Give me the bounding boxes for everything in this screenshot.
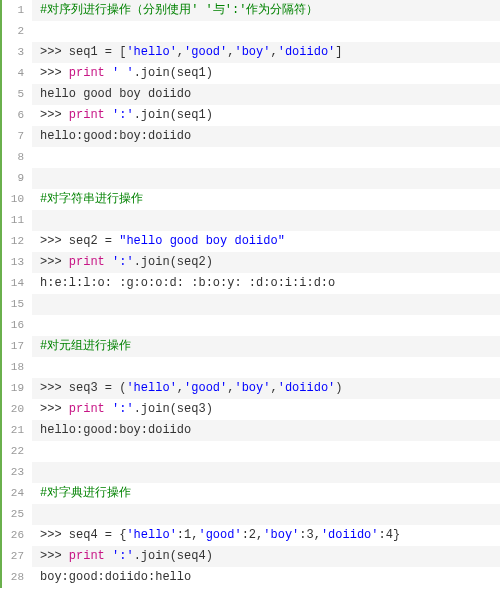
- code-token-plain: >>> seq1 = [: [40, 45, 126, 59]
- code-token-string: 'boy': [234, 45, 270, 59]
- code-token-plain: [105, 66, 112, 80]
- code-token-plain: [105, 108, 112, 122]
- code-line: [32, 294, 500, 315]
- code-line: [32, 315, 500, 336]
- code-token-string: 'hello': [126, 381, 176, 395]
- code-token-plain: >>> seq3 = (: [40, 381, 126, 395]
- code-line: [32, 441, 500, 462]
- code-token-string: ':': [112, 108, 134, 122]
- code-line: >>> print ':'.join(seq4): [32, 546, 500, 567]
- code-token-string: 'hello': [126, 45, 176, 59]
- code-token-plain: ,: [177, 45, 184, 59]
- line-number: 9: [2, 168, 32, 189]
- code-token-plain: >>>: [40, 549, 69, 563]
- code-token-plain: boy:good:doiido:hello: [40, 570, 191, 584]
- code-token-plain: >>>: [40, 402, 69, 416]
- code-line: h:e:l:l:o: :g:o:o:d: :b:o:y: :d:o:i:i:d:…: [32, 273, 500, 294]
- code-lines: #对序列进行操作（分别使用' '与':'作为分隔符） >>> seq1 = ['…: [32, 0, 500, 588]
- code-token-plain: >>>: [40, 255, 69, 269]
- code-token-comment: #对元组进行操作: [40, 339, 131, 353]
- code-block: 1234567891011121314151617181920212223242…: [0, 0, 500, 588]
- code-token-plain: .join(seq2): [134, 255, 213, 269]
- line-number: 23: [2, 462, 32, 483]
- code-token-plain: ): [335, 381, 342, 395]
- line-number: 4: [2, 63, 32, 84]
- code-line: >>> seq3 = ('hello','good','boy','doiido…: [32, 378, 500, 399]
- code-token-plain: .join(seq3): [134, 402, 213, 416]
- code-line: [32, 504, 500, 525]
- code-token-plain: ,: [270, 45, 277, 59]
- code-line: #对元组进行操作: [32, 336, 500, 357]
- code-token-comment: #对序列进行操作（分别使用' '与':'作为分隔符）: [40, 3, 318, 17]
- code-token-string: ':': [112, 402, 134, 416]
- code-token-string: 'hello': [126, 528, 176, 542]
- code-line: >>> print ':'.join(seq3): [32, 399, 500, 420]
- code-line: boy:good:doiido:hello: [32, 567, 500, 588]
- line-number: 16: [2, 315, 32, 336]
- code-token-keyword: print: [69, 549, 105, 563]
- code-token-plain: [105, 549, 112, 563]
- line-number: 2: [2, 21, 32, 42]
- line-number: 18: [2, 357, 32, 378]
- code-token-plain: .join(seq1): [134, 66, 213, 80]
- code-token-string: ' ': [112, 66, 134, 80]
- line-number: 13: [2, 252, 32, 273]
- code-token-plain: :2,: [242, 528, 264, 542]
- line-number: 10: [2, 189, 32, 210]
- line-number: 7: [2, 126, 32, 147]
- line-number: 24: [2, 483, 32, 504]
- code-token-keyword: print: [69, 66, 105, 80]
- code-token-keyword: print: [69, 108, 105, 122]
- code-token-plain: hello good boy doiido: [40, 87, 191, 101]
- code-line: [32, 210, 500, 231]
- line-number: 11: [2, 210, 32, 231]
- code-token-plain: ]: [335, 45, 342, 59]
- code-token-comment: #对字典进行操作: [40, 486, 131, 500]
- line-number: 27: [2, 546, 32, 567]
- code-token-plain: :3,: [299, 528, 321, 542]
- code-token-string: 'doiido': [278, 381, 336, 395]
- code-token-comment: #对字符串进行操作: [40, 192, 143, 206]
- code-line: >>> seq2 = "hello good boy doiido": [32, 231, 500, 252]
- code-token-string: ':': [112, 549, 134, 563]
- code-token-plain: ,: [177, 381, 184, 395]
- code-line: hello:good:boy:doiido: [32, 126, 500, 147]
- line-number: 1: [2, 0, 32, 21]
- code-token-string: 'good': [184, 381, 227, 395]
- code-token-string: 'doiido': [278, 45, 336, 59]
- code-token-string: 'boy': [263, 528, 299, 542]
- code-line: >>> print ':'.join(seq1): [32, 105, 500, 126]
- line-number: 14: [2, 273, 32, 294]
- code-token-plain: [105, 402, 112, 416]
- line-number: 5: [2, 84, 32, 105]
- line-number: 20: [2, 399, 32, 420]
- code-token-string: 'good': [184, 45, 227, 59]
- code-line: #对字符串进行操作: [32, 189, 500, 210]
- code-token-plain: >>>: [40, 108, 69, 122]
- code-line: >>> print ' '.join(seq1): [32, 63, 500, 84]
- code-token-plain: >>> seq4 = {: [40, 528, 126, 542]
- code-token-plain: >>>: [40, 66, 69, 80]
- line-number: 6: [2, 105, 32, 126]
- code-line: >>> print ':'.join(seq2): [32, 252, 500, 273]
- code-token-plain: .join(seq1): [134, 108, 213, 122]
- line-number: 19: [2, 378, 32, 399]
- code-token-string: 'boy': [234, 381, 270, 395]
- code-token-plain: :1,: [177, 528, 199, 542]
- code-token-plain: :4}: [379, 528, 401, 542]
- code-token-string: 'doiido': [321, 528, 379, 542]
- line-number: 8: [2, 147, 32, 168]
- code-line: hello:good:boy:doiido: [32, 420, 500, 441]
- line-number: 12: [2, 231, 32, 252]
- code-line: [32, 21, 500, 42]
- line-number: 22: [2, 441, 32, 462]
- line-number-gutter: 1234567891011121314151617181920212223242…: [2, 0, 32, 588]
- code-token-keyword: print: [69, 402, 105, 416]
- code-token-plain: .join(seq4): [134, 549, 213, 563]
- line-number: 17: [2, 336, 32, 357]
- code-token-plain: h:e:l:l:o: :g:o:o:d: :b:o:y: :d:o:i:i:d:…: [40, 276, 335, 290]
- code-token-plain: ,: [270, 381, 277, 395]
- code-line: [32, 357, 500, 378]
- code-token-plain: >>> seq2 =: [40, 234, 119, 248]
- line-number: 28: [2, 567, 32, 588]
